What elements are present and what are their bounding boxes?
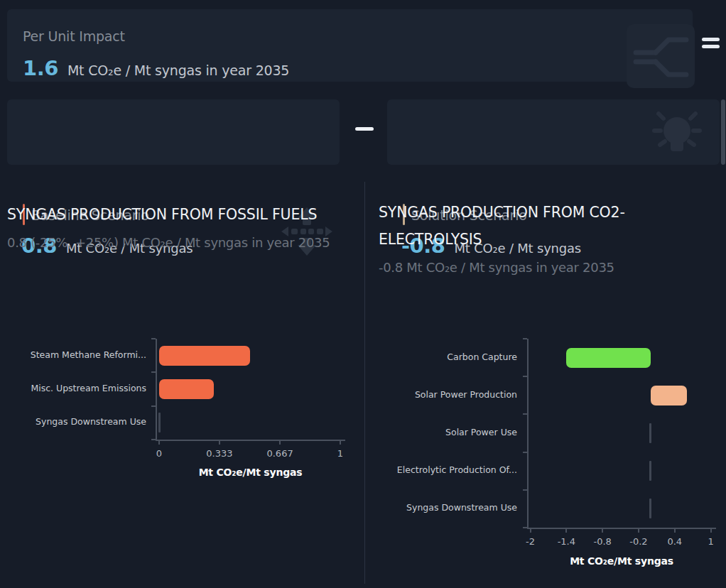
x-axis-tick — [279, 440, 281, 445]
x-axis-tick — [158, 440, 160, 445]
zero-value-marker[interactable] — [649, 461, 651, 481]
y-axis-tick — [523, 338, 527, 339]
x-axis-tick — [530, 528, 531, 533]
bar[interactable] — [159, 346, 250, 366]
y-axis-tick — [523, 527, 527, 528]
x-tick-label: 0 — [136, 448, 182, 459]
y-axis-tick — [523, 376, 527, 377]
bar[interactable] — [159, 379, 214, 399]
x-tick-label: 0.333 — [197, 448, 242, 459]
category-label: Electrolytic Production Of... — [375, 464, 517, 475]
x-tick-label: 1 — [318, 448, 363, 459]
category-label: Syngas Downstream Use — [375, 502, 517, 513]
bar[interactable] — [651, 386, 687, 405]
x-axis-tick — [340, 440, 341, 445]
x-axis-tick — [674, 528, 676, 533]
app-root: Per Unit Impact 1.6 Mt CO₂e / Mt syngas … — [0, 0, 726, 588]
bar[interactable] — [566, 348, 651, 368]
x-axis-title: Mt CO₂e/Mt syngas — [529, 555, 714, 567]
category-label: Solar Power Use — [375, 427, 517, 437]
x-axis-tick — [638, 528, 639, 533]
x-tick-label: 1 — [688, 536, 726, 547]
category-label: Syngas Downstream Use — [4, 416, 146, 427]
chart-layer: Steam Methane Reformi...Misc. Upstream E… — [0, 0, 726, 588]
category-label: Misc. Upstream Emissions — [4, 383, 146, 393]
category-label: Steam Methane Reformi... — [4, 349, 146, 360]
x-axis-tick — [219, 440, 220, 445]
x-axis-spine — [156, 440, 345, 441]
x-tick-label: 0.667 — [257, 448, 303, 459]
x-axis-spine — [527, 528, 716, 529]
x-axis-tick — [602, 528, 603, 533]
y-axis-tick — [151, 371, 156, 373]
y-axis-tick — [523, 452, 527, 453]
x-axis-tick — [565, 528, 567, 533]
x-axis-tick — [710, 528, 712, 533]
y-axis-tick — [523, 489, 527, 491]
y-axis-spine — [527, 339, 529, 528]
zero-value-marker[interactable] — [649, 423, 651, 443]
category-label: Solar Power Production — [375, 389, 517, 400]
category-label: Carbon Capture — [375, 352, 517, 362]
zero-value-marker[interactable] — [649, 499, 651, 518]
y-axis-tick — [151, 338, 156, 339]
zero-value-marker[interactable] — [158, 413, 161, 432]
x-axis-title: Mt CO₂e/Mt syngas — [158, 467, 343, 478]
y-axis-tick — [151, 439, 156, 440]
y-axis-tick — [151, 405, 156, 407]
y-axis-spine — [156, 339, 157, 440]
y-axis-tick — [523, 413, 527, 415]
